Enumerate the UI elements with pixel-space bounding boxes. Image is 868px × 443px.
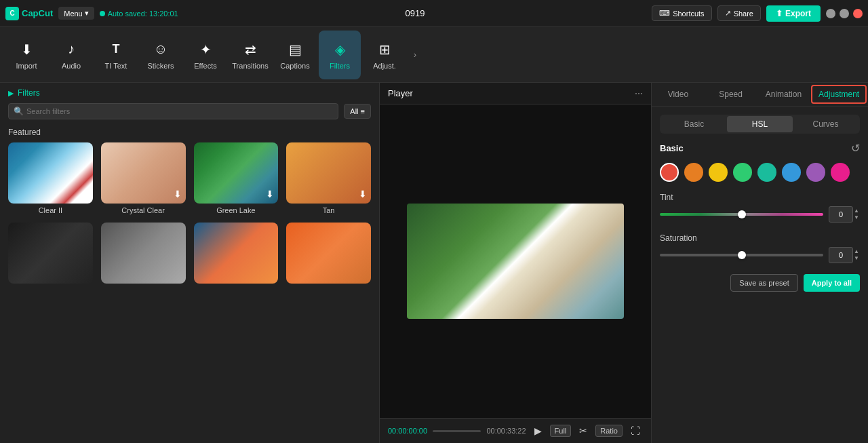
tool-adjust[interactable]: ⊞ Adjust. bbox=[363, 31, 406, 79]
tab-video[interactable]: Video bbox=[652, 83, 705, 106]
sub-tab-curves[interactable]: Curves bbox=[793, 116, 859, 132]
player-more-icon[interactable]: ⋯ bbox=[635, 89, 643, 98]
search-input[interactable] bbox=[8, 103, 338, 119]
adjustment-content: Basic HSL Curves Basic ↺ bbox=[652, 107, 868, 443]
tool-transitions[interactable]: ⇄ Transitions bbox=[229, 31, 271, 79]
swatch-red[interactable] bbox=[660, 163, 679, 182]
timeline-mini[interactable] bbox=[433, 430, 481, 432]
filters-header: ▶ Filters bbox=[0, 83, 379, 103]
filter-item-8[interactable] bbox=[286, 223, 371, 286]
filter-item-6[interactable] bbox=[101, 223, 186, 286]
window-controls bbox=[826, 9, 863, 18]
sub-tab-basic[interactable]: Basic bbox=[661, 116, 727, 132]
tool-adjust-label: Adjust. bbox=[373, 62, 396, 70]
saturation-up[interactable]: ▲ bbox=[853, 248, 860, 255]
filter-item-crystal-clear[interactable]: ⬇ Crystal Clear bbox=[101, 142, 186, 214]
player-header: Player ⋯ bbox=[380, 83, 651, 104]
tab-speed[interactable]: Speed bbox=[705, 83, 757, 106]
swatch-cyan[interactable] bbox=[757, 163, 776, 182]
logo-icon: C bbox=[5, 7, 19, 20]
filters-panel: ▶ Filters 🔍 All ≡ Featured Clear II ⬇ bbox=[0, 83, 380, 443]
tool-captions[interactable]: ▤ Captions bbox=[274, 31, 316, 79]
swatch-orange[interactable] bbox=[684, 163, 703, 182]
tool-filters[interactable]: ◈ Filters bbox=[319, 31, 361, 79]
filter-item-5[interactable] bbox=[8, 223, 93, 286]
quality-button[interactable]: Full bbox=[550, 425, 572, 437]
filter-item-7[interactable] bbox=[194, 223, 279, 286]
tool-text[interactable]: T TI Text bbox=[95, 31, 137, 79]
saturation-thumb[interactable] bbox=[738, 251, 746, 259]
tool-filters-label: Filters bbox=[330, 62, 350, 70]
import-icon: ⬇ bbox=[17, 40, 36, 59]
tint-spinner: ▲ ▼ bbox=[853, 208, 860, 221]
crop-button[interactable]: ✂ bbox=[576, 424, 590, 438]
app-name: CapCut bbox=[22, 8, 53, 18]
audio-icon: ♪ bbox=[62, 40, 81, 59]
auto-saved-dot bbox=[100, 11, 105, 16]
tab-adjustment[interactable]: Adjustment bbox=[811, 85, 867, 104]
captions-icon: ▤ bbox=[285, 40, 304, 59]
sub-tab-hsl[interactable]: HSL bbox=[727, 116, 793, 132]
tint-value[interactable]: 0 bbox=[829, 206, 853, 223]
filter-item-tan[interactable]: ⬇ Tan bbox=[286, 142, 371, 214]
swatch-purple[interactable] bbox=[806, 163, 825, 182]
saturation-spinner: ▲ ▼ bbox=[853, 248, 860, 262]
adj-section-title: Basic ↺ bbox=[660, 142, 860, 155]
save-preset-button[interactable]: Save as preset bbox=[730, 274, 797, 292]
top-bar: C CapCut Menu ▾ Auto saved: 13:20:01 091… bbox=[0, 0, 868, 27]
saturation-control: 0 ▲ ▼ bbox=[660, 247, 860, 263]
swatch-yellow[interactable] bbox=[709, 163, 728, 182]
tool-effects[interactable]: ✦ Effects bbox=[184, 31, 226, 79]
filter-name-clear-ii: Clear II bbox=[8, 206, 93, 214]
maximize-button[interactable] bbox=[840, 9, 849, 18]
swatch-green[interactable] bbox=[733, 163, 752, 182]
saturation-slider-row: Saturation 0 ▲ ▼ bbox=[660, 233, 860, 263]
right-panel: Video Speed Animation Adjustment Basic H… bbox=[651, 83, 868, 443]
toolbar-expand[interactable]: › bbox=[408, 31, 422, 79]
ratio-button[interactable]: Ratio bbox=[595, 425, 623, 437]
panel-tabs: Video Speed Animation Adjustment bbox=[652, 83, 868, 107]
menu-button[interactable]: Menu ▾ bbox=[58, 7, 94, 20]
panel-content: ▶ Filters 🔍 All ≡ Featured Clear II ⬇ bbox=[0, 83, 868, 443]
tint-up[interactable]: ▲ bbox=[853, 208, 860, 214]
reset-button[interactable]: ↺ bbox=[851, 142, 860, 155]
all-filter-button[interactable]: All ≡ bbox=[344, 104, 371, 119]
filter-item-clear-ii[interactable]: Clear II bbox=[8, 142, 93, 214]
filter-grid: Clear II ⬇ Crystal Clear ⬇ Green Lake ⬇ bbox=[0, 142, 379, 286]
close-button[interactable] bbox=[853, 9, 863, 18]
effects-icon: ✦ bbox=[196, 40, 215, 59]
stickers-icon: ☺ bbox=[151, 40, 170, 59]
play-button[interactable]: ▶ bbox=[532, 424, 545, 438]
text-icon: T bbox=[106, 40, 125, 59]
tint-thumb[interactable] bbox=[738, 210, 746, 218]
saturation-down[interactable]: ▼ bbox=[853, 255, 860, 262]
swatch-pink[interactable] bbox=[831, 163, 850, 182]
tool-stickers[interactable]: ☺ Stickers bbox=[140, 31, 182, 79]
saturation-track[interactable] bbox=[660, 254, 823, 256]
project-title: 0919 bbox=[405, 8, 425, 18]
toolbar: ⬇ Import ♪ Audio T TI Text ☺ Stickers ✦ … bbox=[0, 27, 868, 83]
tool-import[interactable]: ⬇ Import bbox=[5, 31, 47, 79]
tab-animation[interactable]: Animation bbox=[757, 83, 810, 106]
fullscreen-button[interactable]: ⛶ bbox=[628, 424, 643, 438]
minimize-button[interactable] bbox=[826, 9, 835, 18]
filter-item-green-lake[interactable]: ⬇ Green Lake bbox=[194, 142, 279, 214]
tool-captions-label: Captions bbox=[280, 62, 309, 70]
tint-down[interactable]: ▼ bbox=[853, 214, 860, 221]
app-logo: C CapCut bbox=[5, 7, 53, 20]
filter-thumb-6 bbox=[101, 223, 186, 284]
shortcuts-button[interactable]: ⌨ Shortcuts bbox=[652, 5, 711, 21]
tool-audio-label: Audio bbox=[62, 62, 81, 70]
tool-audio[interactable]: ♪ Audio bbox=[50, 31, 92, 79]
tint-track[interactable] bbox=[660, 213, 823, 216]
download-icon-lake: ⬇ bbox=[266, 189, 274, 199]
tint-slider-row: Tint 0 ▲ ▼ bbox=[660, 193, 860, 223]
filters-title: Filters bbox=[18, 88, 40, 98]
share-button[interactable]: ↗ Share bbox=[717, 5, 761, 21]
apply-all-button[interactable]: Apply to all bbox=[804, 274, 860, 292]
saturation-label: Saturation bbox=[660, 233, 860, 243]
export-button[interactable]: ⬆ Export bbox=[766, 5, 821, 22]
tint-control: 0 ▲ ▼ bbox=[660, 206, 860, 223]
saturation-value[interactable]: 0 bbox=[829, 247, 853, 263]
swatch-blue[interactable] bbox=[782, 163, 801, 182]
